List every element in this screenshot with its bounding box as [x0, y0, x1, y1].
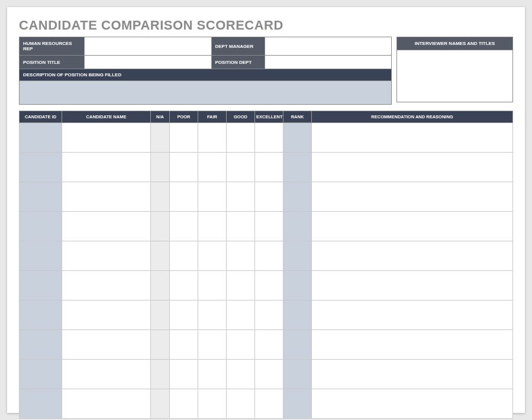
cell-fair[interactable] [198, 241, 227, 271]
cell-na[interactable] [151, 360, 170, 389]
cell-excellent[interactable] [255, 212, 283, 241]
cell-candidate-name[interactable] [62, 153, 151, 182]
cell-poor[interactable] [170, 330, 198, 360]
cell-candidate-name[interactable] [62, 271, 151, 301]
cell-recommendation[interactable] [312, 389, 513, 419]
cell-recommendation[interactable] [312, 271, 513, 301]
interviewer-field[interactable] [396, 50, 513, 102]
cell-poor[interactable] [170, 123, 198, 153]
cell-rank[interactable] [283, 182, 312, 212]
cell-fair[interactable] [198, 330, 227, 360]
cell-poor[interactable] [170, 153, 198, 182]
cell-candidate-id[interactable] [20, 271, 62, 301]
cell-excellent[interactable] [255, 330, 283, 360]
cell-candidate-id[interactable] [20, 241, 62, 271]
cell-candidate-id[interactable] [20, 301, 62, 330]
cell-excellent[interactable] [255, 153, 283, 182]
col-rank: RANK [283, 111, 312, 123]
cell-poor[interactable] [170, 271, 198, 301]
cell-good[interactable] [227, 360, 255, 389]
cell-fair[interactable] [198, 271, 227, 301]
cell-poor[interactable] [170, 389, 198, 419]
cell-candidate-id[interactable] [20, 212, 62, 241]
cell-candidate-id[interactable] [20, 389, 62, 419]
cell-excellent[interactable] [255, 389, 283, 419]
cell-excellent[interactable] [255, 301, 283, 330]
cell-rank[interactable] [283, 153, 312, 182]
page: CANDIDATE COMPARISON SCORECARD HUMAN RES… [7, 7, 525, 413]
cell-good[interactable] [227, 241, 255, 271]
cell-rank[interactable] [283, 212, 312, 241]
cell-na[interactable] [151, 212, 170, 241]
cell-fair[interactable] [198, 212, 227, 241]
cell-candidate-name[interactable] [62, 330, 151, 360]
cell-excellent[interactable] [255, 123, 283, 153]
cell-recommendation[interactable] [312, 330, 513, 360]
cell-excellent[interactable] [255, 182, 283, 212]
cell-rank[interactable] [283, 389, 312, 419]
cell-recommendation[interactable] [312, 212, 513, 241]
cell-good[interactable] [227, 301, 255, 330]
cell-good[interactable] [227, 212, 255, 241]
cell-candidate-id[interactable] [20, 123, 62, 153]
cell-na[interactable] [151, 123, 170, 153]
cell-rank[interactable] [283, 271, 312, 301]
cell-recommendation[interactable] [312, 153, 513, 182]
cell-good[interactable] [227, 330, 255, 360]
cell-candidate-name[interactable] [62, 301, 151, 330]
cell-candidate-id[interactable] [20, 360, 62, 389]
cell-recommendation[interactable] [312, 182, 513, 212]
cell-recommendation[interactable] [312, 360, 513, 389]
cell-excellent[interactable] [255, 241, 283, 271]
cell-poor[interactable] [170, 301, 198, 330]
cell-good[interactable] [227, 389, 255, 419]
cell-excellent[interactable] [255, 271, 283, 301]
cell-poor[interactable] [170, 212, 198, 241]
dept-manager-field[interactable] [265, 37, 392, 55]
col-candidate-name: CANDIDATE NAME [62, 111, 151, 123]
cell-rank[interactable] [283, 301, 312, 330]
cell-recommendation[interactable] [312, 241, 513, 271]
cell-excellent[interactable] [255, 360, 283, 389]
cell-fair[interactable] [198, 301, 227, 330]
cell-rank[interactable] [283, 123, 312, 153]
cell-poor[interactable] [170, 241, 198, 271]
cell-poor[interactable] [170, 182, 198, 212]
cell-recommendation[interactable] [312, 301, 513, 330]
cell-na[interactable] [151, 301, 170, 330]
cell-rank[interactable] [283, 241, 312, 271]
cell-na[interactable] [151, 182, 170, 212]
cell-na[interactable] [151, 241, 170, 271]
hr-rep-field[interactable] [85, 37, 212, 55]
cell-rank[interactable] [283, 330, 312, 360]
header-area: HUMAN RESOURCES REP DEPT MANAGER POSITIO… [19, 37, 513, 105]
cell-fair[interactable] [198, 182, 227, 212]
cell-recommendation[interactable] [312, 123, 513, 153]
cell-candidate-name[interactable] [62, 360, 151, 389]
cell-na[interactable] [151, 389, 170, 419]
cell-candidate-id[interactable] [20, 153, 62, 182]
cell-good[interactable] [227, 153, 255, 182]
cell-rank[interactable] [283, 360, 312, 389]
cell-fair[interactable] [198, 389, 227, 419]
cell-candidate-name[interactable] [62, 182, 151, 212]
cell-na[interactable] [151, 271, 170, 301]
cell-na[interactable] [151, 153, 170, 182]
description-field[interactable] [19, 81, 392, 105]
position-title-field[interactable] [85, 56, 212, 69]
cell-candidate-name[interactable] [62, 389, 151, 419]
cell-fair[interactable] [198, 360, 227, 389]
cell-candidate-id[interactable] [20, 330, 62, 360]
cell-candidate-name[interactable] [62, 123, 151, 153]
position-dept-field[interactable] [265, 56, 392, 69]
cell-candidate-name[interactable] [62, 212, 151, 241]
cell-good[interactable] [227, 271, 255, 301]
cell-candidate-name[interactable] [62, 241, 151, 271]
cell-good[interactable] [227, 182, 255, 212]
cell-candidate-id[interactable] [20, 182, 62, 212]
cell-good[interactable] [227, 123, 255, 153]
cell-poor[interactable] [170, 360, 198, 389]
cell-fair[interactable] [198, 153, 227, 182]
cell-na[interactable] [151, 330, 170, 360]
cell-fair[interactable] [198, 123, 227, 153]
